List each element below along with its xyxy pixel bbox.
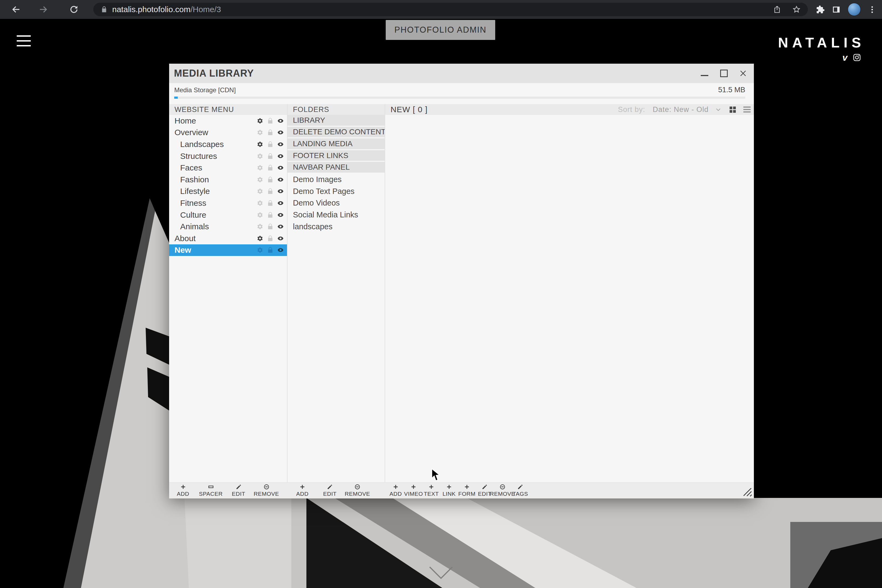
lock-icon[interactable]: [267, 153, 273, 159]
gear-icon[interactable]: [257, 188, 263, 195]
menu-item-new[interactable]: New: [169, 244, 287, 256]
eye-icon[interactable]: [277, 129, 284, 136]
add-button[interactable]: ADD: [169, 484, 197, 497]
list-view-icon[interactable]: [743, 106, 751, 112]
eye-icon[interactable]: [277, 141, 284, 147]
close-icon[interactable]: [740, 70, 747, 77]
content-title: NEW [ 0 ]: [390, 105, 428, 114]
gear-icon[interactable]: [257, 224, 263, 230]
grid-view-icon[interactable]: [730, 106, 736, 113]
gear-icon[interactable]: [257, 153, 263, 159]
menu-item-fitness[interactable]: Fitness: [169, 197, 287, 209]
folder-social-media-links[interactable]: Social Media Links: [288, 209, 385, 221]
forward-icon[interactable]: [38, 4, 48, 14]
lock-icon[interactable]: [267, 118, 273, 124]
gear-icon[interactable]: [257, 165, 263, 171]
eye-icon[interactable]: [277, 200, 284, 206]
text-button[interactable]: TEXT: [422, 484, 440, 497]
side-panel-icon[interactable]: [832, 5, 841, 14]
gear-icon[interactable]: [257, 235, 263, 242]
eye-icon[interactable]: [277, 118, 284, 124]
maximize-icon[interactable]: [720, 69, 728, 77]
tags-button[interactable]: TAGS: [512, 484, 529, 497]
lock-icon[interactable]: [267, 247, 273, 253]
eye-icon[interactable]: [277, 247, 284, 253]
add-button[interactable]: ADD: [387, 484, 405, 497]
toolbar-button-label: TAGS: [513, 490, 528, 497]
menu-item-lifestyle[interactable]: Lifestyle: [169, 186, 287, 198]
share-icon[interactable]: [773, 5, 782, 14]
eye-icon[interactable]: [277, 176, 284, 183]
folder-system-landing-media[interactable]: LANDING MEDIA: [288, 138, 385, 150]
folder-system-navbar-panel[interactable]: NAVBAR PANEL: [288, 162, 385, 174]
folder-demo-videos[interactable]: Demo Videos: [288, 197, 385, 209]
hamburger-menu-icon[interactable]: [17, 35, 31, 46]
browser-menu-icon[interactable]: [868, 5, 877, 14]
folder-demo-text-pages[interactable]: Demo Text Pages: [288, 186, 385, 198]
remove-button[interactable]: REMOVE: [494, 484, 512, 497]
form-button[interactable]: FORM: [458, 484, 476, 497]
extensions-icon[interactable]: [816, 5, 825, 14]
profile-avatar[interactable]: [848, 3, 861, 16]
menu-item-culture[interactable]: Culture: [169, 209, 287, 221]
eye-icon[interactable]: [277, 153, 284, 159]
folder-landscapes[interactable]: landscapes: [288, 220, 385, 232]
menu-item-overview[interactable]: Overview: [169, 127, 287, 139]
menu-item-animals[interactable]: Animals: [169, 220, 287, 232]
remove-button[interactable]: REMOVE: [344, 484, 371, 497]
lock-icon[interactable]: [267, 200, 273, 206]
menu-item-faces[interactable]: Faces: [169, 162, 287, 174]
spacer-button[interactable]: SPACER: [197, 484, 225, 497]
address-bar[interactable]: natalis.photofolio.com/Home/3: [93, 3, 808, 16]
eye-icon[interactable]: [277, 188, 284, 195]
vimeo-icon[interactable]: v: [842, 53, 848, 62]
bookmark-star-icon[interactable]: [792, 5, 801, 14]
menu-item-about[interactable]: About: [169, 232, 287, 244]
folder-demo-images[interactable]: Demo Images: [288, 174, 385, 186]
gear-icon[interactable]: [257, 247, 263, 253]
lock-icon[interactable]: [267, 141, 273, 147]
gear-icon[interactable]: [257, 212, 263, 218]
lock-icon[interactable]: [267, 176, 273, 183]
folder-system-delete-demo-content[interactable]: DELETE DEMO CONTENT: [288, 127, 385, 139]
site-logo[interactable]: NATALIS: [778, 34, 865, 51]
vimeo-button[interactable]: VIMEO: [405, 484, 422, 497]
eye-icon[interactable]: [277, 224, 284, 230]
chevron-down-icon[interactable]: [715, 106, 722, 113]
edit-button[interactable]: EDIT: [225, 484, 252, 497]
menu-item-home[interactable]: Home: [169, 115, 287, 127]
lock-icon[interactable]: [267, 224, 273, 230]
remove-button[interactable]: REMOVE: [252, 484, 280, 497]
scroll-down-chevron-icon[interactable]: [429, 566, 453, 580]
reload-icon[interactable]: [69, 4, 79, 14]
menu-item-landscapes[interactable]: Landscapes: [169, 138, 287, 150]
edit-button[interactable]: EDIT: [316, 484, 344, 497]
link-button[interactable]: LINK: [440, 484, 458, 497]
lock-icon[interactable]: [267, 129, 273, 136]
eye-icon[interactable]: [277, 212, 284, 218]
minimize-icon[interactable]: [700, 69, 709, 77]
eye-icon[interactable]: [277, 235, 284, 242]
gear-icon[interactable]: [257, 141, 263, 147]
folders-toolbar-group: ADDEDITREMOVE: [288, 483, 385, 498]
gear-icon[interactable]: [257, 129, 263, 136]
resize-handle-icon[interactable]: [742, 487, 752, 497]
folder-system-library[interactable]: LIBRARY: [288, 115, 385, 127]
lock-icon[interactable]: [267, 165, 273, 171]
gear-icon[interactable]: [257, 118, 263, 124]
lock-icon[interactable]: [267, 212, 273, 218]
back-icon[interactable]: [11, 4, 21, 14]
gear-icon[interactable]: [257, 176, 263, 183]
sort-dropdown[interactable]: Date: New - Old: [653, 105, 709, 114]
folder-system-footer-links[interactable]: FOOTER LINKS: [288, 150, 385, 162]
lock-icon[interactable]: [267, 235, 273, 242]
photofolio-admin-button[interactable]: PHOTOFOLIO ADMIN: [386, 20, 495, 40]
menu-item-structures[interactable]: Structures: [169, 150, 287, 162]
lock-icon[interactable]: [267, 188, 273, 195]
instagram-icon[interactable]: [853, 53, 861, 62]
website-menu-list: HomeOverviewLandscapesStructuresFacesFas…: [169, 115, 287, 256]
menu-item-fashion[interactable]: Fashion: [169, 174, 287, 186]
eye-icon[interactable]: [277, 165, 284, 171]
add-button[interactable]: ADD: [289, 484, 316, 497]
gear-icon[interactable]: [257, 200, 263, 206]
